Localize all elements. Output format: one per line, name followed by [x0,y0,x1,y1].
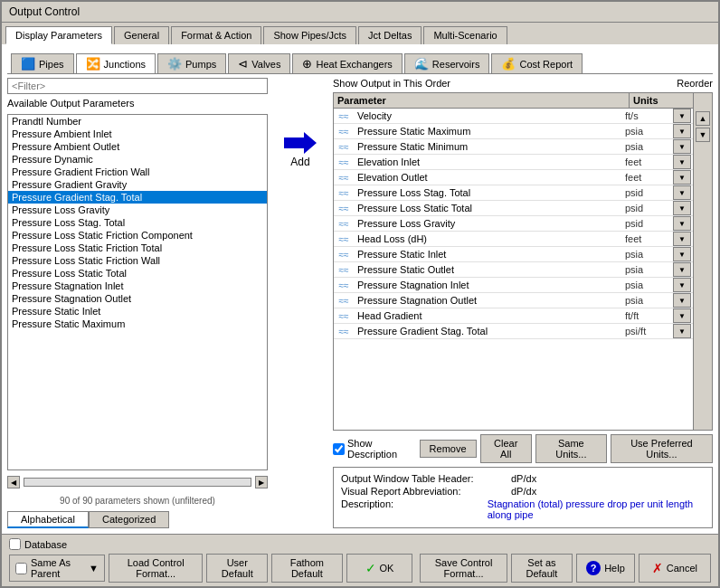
same-units-button[interactable]: Same Units... [535,434,607,463]
units-dropdown[interactable]: ▼ [673,216,691,231]
sort-categorized[interactable]: Categorized [89,511,169,528]
valves-icon: ⊲ [238,57,248,71]
reservoirs-icon: 🌊 [414,57,429,71]
row-icon: ≈≈ [334,173,354,183]
list-item[interactable]: Pressure Ambient Inlet [8,128,267,140]
same-as-parent: Same As Parent ▼ [9,555,105,582]
ok-button[interactable]: ✓ OK [346,554,413,583]
heat-exchangers-icon: ⊕ [302,57,312,71]
row-param: Pressure Stagnation Inlet [354,279,623,291]
left-panel: Available Output Parameters Prandtl Numb… [7,78,268,528]
list-item-selected[interactable]: Pressure Gradient Stag. Total [8,191,267,204]
list-item[interactable]: Prandtl Number [8,115,267,128]
dropdown-arrow-icon[interactable]: ▼ [89,563,99,574]
available-params-label: Available Output Parameters [7,98,268,109]
inner-tab-pipes[interactable]: 🟦 Pipes [11,53,74,73]
list-item[interactable]: Pressure Ambient Outlet [8,140,267,153]
sort-alphabetical[interactable]: Alphabetical [7,511,89,528]
list-item[interactable]: Pressure Loss Gravity [8,204,267,216]
params-shown: 90 of 90 parameters shown (unfiltered) [7,494,268,507]
units-dropdown[interactable]: ▼ [673,293,691,308]
units-dropdown[interactable]: ▼ [673,155,691,169]
tab-general[interactable]: General [114,26,169,44]
list-item[interactable]: Pressure Static Maximum [8,318,267,330]
clear-all-button[interactable]: Clear All [480,434,532,463]
show-description-check[interactable] [333,443,345,455]
tab-display-parameters[interactable]: Display Parameters [5,26,112,44]
row-param: Pressure Loss Gravity [354,217,623,230]
list-item[interactable]: Pressure Loss Static Friction Total [8,242,267,254]
inner-tab-junctions[interactable]: 🔀 Junctions [76,53,156,73]
help-button[interactable]: ? Help [576,554,635,583]
row-icon: ≈≈ [334,296,354,306]
units-dropdown[interactable]: ▼ [673,262,691,277]
scroll-left[interactable]: ◀ [7,476,20,488]
units-dropdown[interactable]: ▼ [673,278,691,292]
units-dropdown[interactable]: ▼ [673,124,691,138]
database-checkbox[interactable]: Database [9,538,67,550]
reorder-up[interactable]: ▲ [696,111,710,126]
units-dropdown[interactable]: ▼ [673,139,691,154]
units-dropdown[interactable]: ▼ [673,109,691,123]
tab-format-action[interactable]: Format & Action [171,26,261,44]
title-bar: Output Control [2,2,718,23]
units-dropdown[interactable]: ▼ [673,185,691,200]
add-arrow-icon [284,132,317,154]
set-as-default-button[interactable]: Set as Default [511,554,573,583]
row-icon: ≈≈ [334,250,354,260]
table-row: ≈≈ Pressure Loss Static Total psid ▼ [334,201,693,216]
param-list[interactable]: Prandtl Number Pressure Ambient Inlet Pr… [7,114,268,470]
show-description-checkbox[interactable]: Show Description [333,438,412,460]
scroll-right[interactable]: ▶ [255,476,268,488]
units-dropdown[interactable]: ▼ [673,247,691,261]
row-icon: ≈≈ [334,111,354,121]
row-param: Elevation Inlet [354,156,623,168]
inner-tab-cost-report[interactable]: 💰 Cost Report [491,53,583,73]
reorder-down[interactable]: ▼ [696,128,710,142]
list-item[interactable]: Pressure Stagnation Inlet [8,280,267,292]
inner-tab-valves[interactable]: ⊲ Valves [228,53,290,73]
list-item[interactable]: Pressure Gradient Friction Wall [8,166,267,178]
use-preferred-units-button[interactable]: Use Preferred Units... [611,434,713,463]
load-control-format-button[interactable]: Load Control Format... [109,554,203,583]
bottom-row1: Database [9,538,711,550]
output-section-label: Show Output in This Order [333,78,450,89]
filter-input[interactable] [7,78,268,94]
list-item[interactable]: Pressure Gradient Gravity [8,178,267,191]
units-dropdown[interactable]: ▼ [673,324,691,338]
tab-jct-deltas[interactable]: Jct Deltas [358,26,422,44]
junctions-icon: 🔀 [86,57,100,71]
cancel-x-icon: ✗ [652,561,663,575]
list-item[interactable]: Pressure Dynamic [8,153,267,166]
fathom-default-button[interactable]: Fathom Default [271,554,342,583]
list-item[interactable]: Pressure Static Inlet [8,305,267,318]
remove-button[interactable]: Remove [420,440,477,458]
row-icon: ≈≈ [334,204,354,213]
table-row: ≈≈ Head Loss (dH) feet ▼ [334,232,693,247]
user-default-button[interactable]: User Default [206,554,268,583]
svg-marker-0 [284,132,317,154]
cancel-button[interactable]: ✗ Cancel [639,554,711,583]
inner-tab-reservoirs[interactable]: 🌊 Reservoirs [404,53,490,73]
units-dropdown[interactable]: ▼ [673,232,691,246]
list-item[interactable]: Pressure Loss Static Friction Wall [8,254,267,267]
list-item[interactable]: Pressure Loss Static Total [8,267,267,280]
tab-show-pipes-jcts[interactable]: Show Pipes/Jcts [263,26,356,44]
save-control-format-button[interactable]: Save Control Format... [420,554,507,583]
list-item[interactable]: Pressure Loss Static Friction Component [8,229,267,242]
list-item[interactable]: Pressure Loss Stag. Total [8,216,267,229]
add-button[interactable]: Add [284,132,317,168]
inner-tab-heat-exchangers[interactable]: ⊕ Heat Exchangers [292,53,402,73]
list-item[interactable]: Pressure Stagnation Outlet [8,292,267,305]
same-as-parent-check[interactable] [15,563,27,574]
database-check[interactable] [9,538,21,550]
row-param: Pressure Static Outlet [354,263,623,276]
bottom-row2: Same As Parent ▼ Load Control Format... … [9,554,711,583]
inner-tab-pumps[interactable]: ⚙️ Pumps [157,53,226,73]
units-dropdown[interactable]: ▼ [673,201,691,215]
units-dropdown[interactable]: ▼ [673,170,691,185]
output-header: Show Output in This Order Reorder [333,78,713,89]
tab-multi-scenario[interactable]: Multi-Scenario [423,26,507,44]
units-dropdown[interactable]: ▼ [673,308,691,323]
top-tab-bar: Display Parameters General Format & Acti… [2,23,718,44]
